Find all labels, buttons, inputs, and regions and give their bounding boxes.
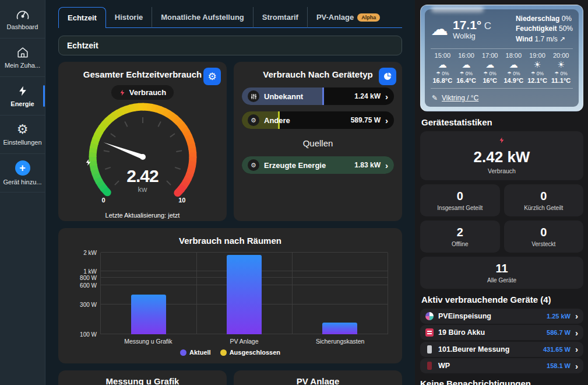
sidebar-item-energy[interactable]: Energie <box>0 77 45 116</box>
total-consumption-stat: 2.42 kW Verbrauch <box>420 131 583 180</box>
location-link[interactable]: Viktring / °C <box>442 94 478 102</box>
tab-bar: Echtzeit Historie Monatliche Aufstellung… <box>58 7 402 28</box>
card-title: Messung u Grafik <box>106 376 179 385</box>
sidebar-item-label: Gerät hinzu... <box>3 178 41 186</box>
stat-label: Verbrauch <box>422 167 581 174</box>
sidebar-item-add-device[interactable]: + Gerät hinzu... <box>0 154 45 192</box>
legend-label: Ausgeschlossen <box>230 349 280 356</box>
sources-heading: Quellen <box>242 138 394 148</box>
row-label: Andere <box>264 116 290 125</box>
bar-Messung u Grafik[interactable] <box>131 295 166 334</box>
gridline <box>101 252 388 253</box>
hour-temperature: 16.8°C <box>431 77 455 84</box>
tab-echtzeit[interactable]: Echtzeit <box>58 7 106 28</box>
pie-chart-button[interactable] <box>379 68 396 85</box>
detail-value: 50% <box>559 24 573 33</box>
sidebar-item-settings[interactable]: ⚙ Einstellungen <box>0 116 45 154</box>
consumption-badge: Verbrauch <box>111 85 174 100</box>
hour-time: 19:00 <box>526 52 550 59</box>
gear-icon: ⚙ <box>207 71 216 83</box>
bar-PV Anlage[interactable] <box>227 255 262 334</box>
sidebar-item-home[interactable]: Mein Zuha... <box>0 38 45 77</box>
stat-offline: 2 Offline <box>420 220 500 253</box>
bolt-icon <box>119 89 126 97</box>
forecast-hour: 19:00☀☂ 0%12.1°C <box>526 52 550 84</box>
device-row-beurer-messung[interactable]: 101.Beurer Messung 431.65 W › <box>420 342 583 357</box>
forecast-hour: 15:00☁☂ 0%16.8°C <box>431 52 455 84</box>
pencil-icon[interactable]: ✎ <box>432 94 438 102</box>
gear-icon: ⚙ <box>248 159 259 171</box>
gridline <box>292 253 293 334</box>
forecast-hour: 18:00☁☂ 0%14.9°C <box>502 52 526 84</box>
sun-icon: ☀ <box>549 59 573 71</box>
tab-pv-anlage[interactable]: PV-Anlage Alpha <box>307 7 389 28</box>
tab-stromtarif[interactable]: Stromtarif <box>253 7 307 28</box>
card-title: Gesamter Echtzeitverbrauch <box>66 69 219 79</box>
tab-label: Echtzeit <box>68 13 97 22</box>
meter-icon <box>427 345 432 354</box>
y-axis-tick-label: 1 kW <box>83 268 97 275</box>
bar-Sicherungskasten[interactable] <box>322 323 357 334</box>
x-axis-labels: Messung u GrafikPV AnlageSicherungskaste… <box>100 338 388 345</box>
chart-title: Verbrauch nach Räumen <box>66 236 394 246</box>
hour-temperature: 11.1°C <box>549 77 573 84</box>
gauge-settings-button[interactable]: ⚙ <box>203 68 221 85</box>
hour-precipitation: ☂ 0% <box>526 71 550 76</box>
current-temperature: 17.1° <box>453 18 481 32</box>
device-row-pveinspeisung[interactable]: PVEinspeisung 1.25 kW › <box>420 309 583 324</box>
legend-item[interactable]: Ausgeschlossen <box>220 349 280 356</box>
device-row-buero-akku[interactable]: 19 Büro Akku 586.7 W › <box>420 325 583 340</box>
divider <box>431 88 573 89</box>
sidebar-item-dashboard[interactable]: Dashboard <box>0 0 45 38</box>
gauge-min-label: 0 <box>102 197 105 204</box>
stat-value: 0 <box>422 190 498 203</box>
stat-label: Insgesamt Geteilt <box>422 205 498 211</box>
hourly-forecast: 15:00☁☂ 0%16.8°C16:00☁☂ 0%16.4°C17:00☁☂ … <box>431 52 573 84</box>
hour-precipitation: ☂ 0% <box>549 71 573 76</box>
forecast-hour: 20:00☀☂ 0%11.1°C <box>549 52 573 84</box>
card-title: PV Anlage <box>297 376 340 385</box>
chevron-right-icon: › <box>575 345 578 354</box>
hour-precipitation: ☂ 0% <box>431 71 455 76</box>
hour-temperature: 14.9°C <box>502 77 526 84</box>
pump-icon <box>427 362 432 370</box>
last-update-text: Letzte Aktualisierung: jetzt <box>66 212 219 219</box>
chevron-right-icon: › <box>575 328 578 337</box>
speedometer-icon <box>16 8 30 20</box>
device-type-row-unbekannt[interactable]: Unbekannt 1.24 kW › <box>242 88 394 105</box>
sidebar-item-label: Einstellungen <box>3 139 41 146</box>
legend-item[interactable]: Aktuell <box>180 349 211 356</box>
cloud-icon: ☁ <box>431 59 455 71</box>
source-row-erzeugte-energie[interactable]: ⚙ Erzeugte Energie 1.83 kW › <box>242 156 394 174</box>
hour-precipitation: ☂ 0% <box>502 71 526 76</box>
stat-value: 2.42 kW <box>422 148 581 166</box>
device-row-wp[interactable]: WP 158.1 W › <box>420 358 583 373</box>
hour-temperature: 12.1°C <box>526 77 550 84</box>
row-value: 1.83 kW <box>354 161 381 169</box>
active-devices-heading: Aktiv verbrauchende Geräte (4) <box>421 295 582 304</box>
device-type-row-andere[interactable]: ⚙ Andere 589.75 W › <box>242 111 394 129</box>
stat-label: Alle Geräte <box>422 277 581 284</box>
hour-temperature: 16.4°C <box>455 77 478 84</box>
hour-time: 20:00 <box>549 52 573 59</box>
device-value: 431.65 W <box>543 346 571 353</box>
pv-anlage-card: PV Anlage <box>234 370 402 385</box>
device-stats-heading: Gerätestatistiken <box>421 117 582 127</box>
x-axis-label: PV Anlage <box>196 338 293 345</box>
gauge-max-label: 10 <box>178 197 185 204</box>
right-panel: ☁ 17.1° C Wolkig Niederschlag 0% Feuchti… <box>415 0 588 385</box>
consumption-by-device-type-card: Verbrauch Nach Gerätetyp Unbek <box>234 62 402 221</box>
tab-monatliche-aufstellung[interactable]: Monatliche Aufstellung <box>152 7 253 28</box>
device-name: 101.Beurer Messung <box>438 345 509 354</box>
legend-dot-icon <box>220 349 227 356</box>
battery-icon <box>425 328 434 337</box>
device-name: WP <box>438 362 450 370</box>
y-axis-tick-label: 600 W <box>80 282 97 289</box>
tab-historie[interactable]: Historie <box>106 7 152 28</box>
chevron-right-icon: › <box>575 362 578 370</box>
stat-label: Kürzlich Geteilt <box>506 205 582 211</box>
hour-temperature: 16°C <box>478 77 502 84</box>
forecast-hour: 17:00☁☂ 0%16°C <box>478 52 502 84</box>
y-axis-tick-label: 2 kW <box>83 250 97 256</box>
legend-dot-icon <box>180 349 186 356</box>
